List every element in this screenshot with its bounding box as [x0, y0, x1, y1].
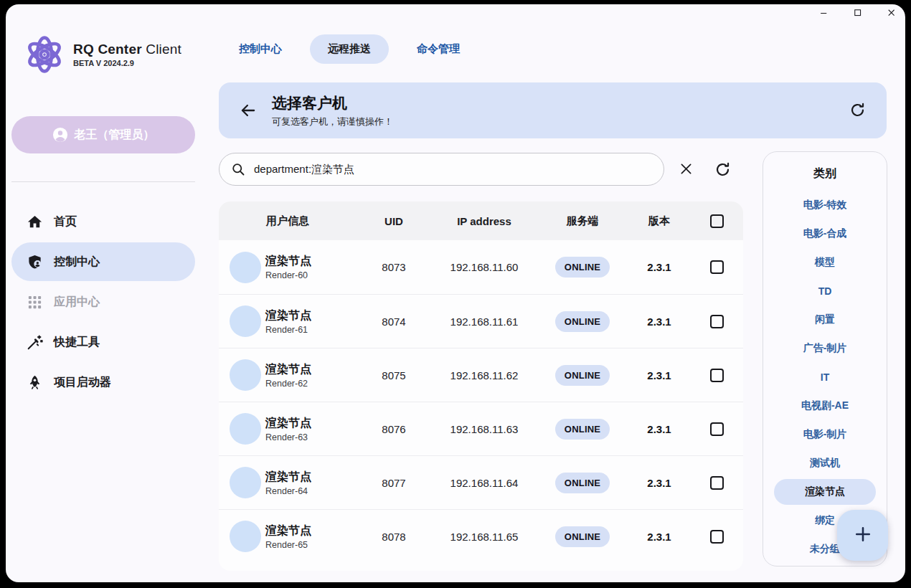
tab-remote-push[interactable]: 远程推送 — [310, 34, 389, 64]
client-hostname: Render-62 — [265, 379, 357, 389]
table-row[interactable]: 渲染节点 Render-61 8074 192.168.11.61 ONLINE… — [219, 294, 743, 348]
client-uid: 8073 — [357, 261, 431, 273]
maximize-button[interactable] — [852, 9, 863, 19]
add-button[interactable] — [837, 510, 888, 561]
client-ip: 192.168.11.61 — [431, 316, 537, 328]
sidebar-item-app-center[interactable]: 应用中心 — [11, 283, 195, 321]
tab-control-center[interactable]: 控制中心 — [221, 34, 300, 64]
client-version: 2.3.1 — [628, 261, 691, 273]
client-name: 渲染节点 — [265, 523, 357, 539]
category-item-idle[interactable]: 闲置 — [763, 305, 887, 334]
category-item-it[interactable]: IT — [763, 363, 887, 392]
client-name: 渲染节点 — [265, 308, 357, 323]
category-item-td[interactable]: TD — [763, 277, 887, 305]
client-name: 渲染节点 — [265, 362, 357, 377]
table-row[interactable]: 渲染节点 Render-63 8076 192.168.11.63 ONLINE… — [219, 402, 743, 455]
sidebar-item-project-launcher[interactable]: 项目启动器 — [11, 363, 195, 402]
category-item-label: 电影-特效 — [803, 199, 847, 212]
client-hostname: Render-60 — [265, 270, 357, 280]
category-list: 电影-特效 电影-合成 模型 TD 闲置 广告-制片 IT 电视剧-AE 电影-… — [763, 191, 887, 564]
home-icon — [26, 213, 43, 230]
search-refresh-icon[interactable] — [714, 161, 730, 177]
category-item-render-node[interactable]: 渲染节点 — [763, 478, 887, 506]
user-name-label: 老王（管理员） — [75, 128, 155, 143]
app-title-regular: Client — [146, 42, 181, 57]
status-badge: ONLINE — [555, 257, 610, 278]
header-refresh-icon[interactable] — [849, 102, 867, 119]
sidebar-item-label: 快捷工具 — [54, 335, 100, 350]
back-arrow-icon[interactable] — [239, 101, 258, 120]
sidebar-item-label: 控制中心 — [54, 255, 100, 270]
category-item-model[interactable]: 模型 — [763, 248, 887, 277]
clear-search-icon[interactable] — [679, 161, 694, 177]
status-badge: ONLINE — [555, 365, 610, 386]
user-badge[interactable]: 老王（管理员） — [11, 116, 195, 153]
sidebar-item-label: 项目启动器 — [54, 375, 111, 390]
client-uid: 8076 — [357, 423, 431, 435]
client-avatar — [230, 413, 261, 445]
page-header: 选择客户机 可复选客户机，请谨慎操作！ — [219, 82, 887, 138]
row-checkbox[interactable] — [710, 476, 724, 490]
app-version: BETA V 2024.2.9 — [73, 59, 181, 67]
sidebar-item-home[interactable]: 首页 — [11, 202, 195, 241]
table-header: 用户信息 UID IP address 服务端 版本 — [219, 201, 743, 240]
atom-logo-icon — [23, 33, 66, 76]
category-item-label: 未分组 — [810, 543, 840, 556]
tab-label: 控制中心 — [239, 42, 282, 54]
category-item-movie-production[interactable]: 电影-制片 — [763, 420, 887, 449]
status-badge: ONLINE — [555, 526, 610, 547]
column-header-user: 用户信息 — [219, 214, 357, 228]
category-panel: 类别 电影-特效 电影-合成 模型 TD 闲置 广告-制片 IT 电视剧-AE … — [763, 151, 887, 566]
client-ip: 192.168.11.64 — [431, 477, 537, 489]
row-checkbox[interactable] — [710, 369, 724, 382]
minimize-button[interactable] — [818, 9, 829, 19]
app-title-bold: RQ Center — [73, 42, 142, 57]
tab-label: 命令管理 — [417, 42, 460, 54]
table-row[interactable]: 渲染节点 Render-65 8078 192.168.11.65 ONLINE… — [219, 509, 743, 563]
client-hostname: Render-65 — [265, 540, 357, 550]
maximize-icon — [852, 7, 863, 21]
client-ip: 192.168.11.60 — [431, 261, 537, 273]
app-brand: RQ Center Client BETA V 2024.2.9 — [23, 33, 181, 76]
select-all-checkbox[interactable] — [710, 214, 724, 228]
person-icon — [52, 127, 68, 143]
category-item-label: 测试机 — [810, 457, 840, 470]
minimize-icon — [818, 7, 829, 21]
sidebar-item-control-center[interactable]: 控制中心 — [11, 242, 195, 281]
category-item-ad-production[interactable]: 广告-制片 — [763, 334, 887, 363]
window-controls — [818, 9, 897, 19]
row-checkbox[interactable] — [710, 315, 724, 328]
category-item-tv-ae[interactable]: 电视剧-AE — [763, 392, 887, 420]
client-name: 渲染节点 — [265, 254, 357, 269]
tab-command-management[interactable]: 命令管理 — [399, 34, 478, 64]
table-row[interactable]: 渲染节点 Render-60 8073 192.168.11.60 ONLINE… — [219, 240, 743, 294]
status-badge: ONLINE — [555, 473, 610, 493]
row-checkbox[interactable] — [710, 530, 724, 544]
client-ip: 192.168.11.63 — [431, 423, 537, 435]
column-header-server: 服务端 — [537, 214, 628, 228]
sidebar-item-quick-tools[interactable]: 快捷工具 — [11, 323, 195, 361]
category-item-label: TD — [818, 285, 832, 297]
client-name: 渲染节点 — [265, 470, 357, 485]
client-version: 2.3.1 — [628, 316, 691, 328]
client-ip: 192.168.11.65 — [431, 531, 537, 543]
table-row[interactable]: 渲染节点 Render-62 8075 192.168.11.62 ONLINE… — [219, 348, 743, 402]
table-row[interactable]: 渲染节点 Render-64 8077 192.168.11.64 ONLINE… — [219, 455, 743, 509]
row-checkbox[interactable] — [710, 260, 724, 274]
search-input[interactable]: department:渲染节点 — [219, 153, 664, 186]
row-checkbox[interactable] — [710, 422, 724, 436]
column-header-uid: UID — [357, 215, 431, 227]
category-item-test-machine[interactable]: 测试机 — [763, 449, 887, 478]
client-hostname: Render-61 — [265, 325, 357, 335]
search-value: department:渲染节点 — [254, 163, 354, 176]
category-item-movie-comp[interactable]: 电影-合成 — [763, 219, 887, 248]
client-uid: 8078 — [357, 531, 431, 543]
client-avatar — [230, 359, 261, 391]
category-item-movie-vfx[interactable]: 电影-特效 — [763, 191, 887, 219]
client-name: 渲染节点 — [265, 416, 357, 431]
page-subtitle: 可复选客户机，请谨慎操作！ — [272, 115, 393, 128]
category-item-label: 广告-制片 — [803, 342, 847, 355]
close-button[interactable] — [886, 9, 897, 19]
client-version: 2.3.1 — [628, 477, 691, 489]
status-badge: ONLINE — [555, 311, 610, 332]
